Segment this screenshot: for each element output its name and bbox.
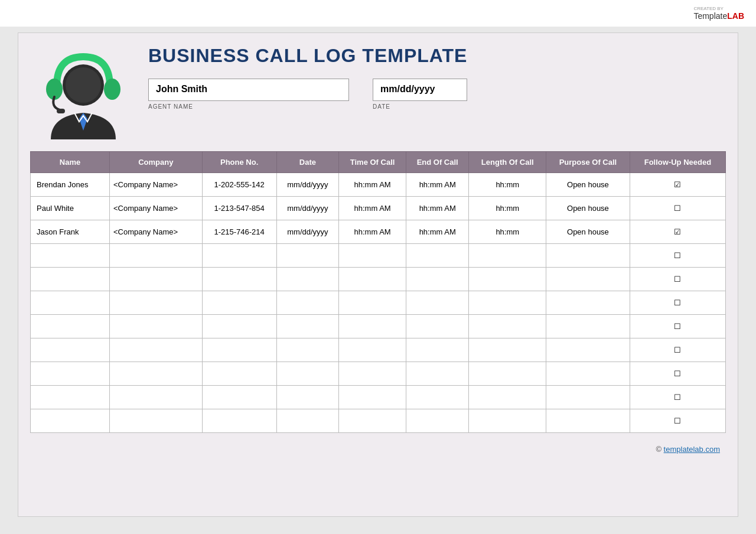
table-cell-4[interactable] [339, 362, 406, 386]
table-cell-5[interactable] [406, 315, 469, 338]
table-cell-1[interactable] [109, 244, 202, 268]
table-cell-1[interactable] [109, 362, 202, 386]
table-cell-5[interactable] [406, 291, 469, 315]
checkbox-cell[interactable]: ☐ [630, 338, 725, 362]
table-cell-2[interactable] [202, 315, 276, 338]
table-cell-3[interactable]: mm/dd/yyyy [276, 197, 339, 220]
table-cell-7[interactable] [546, 409, 630, 433]
table-cell-7[interactable] [546, 338, 630, 362]
table-cell-3[interactable] [276, 338, 339, 362]
table-cell-2[interactable] [202, 291, 276, 315]
table-cell-2[interactable]: 1-213-547-854 [202, 197, 276, 220]
table-cell-3[interactable] [276, 386, 339, 409]
table-cell-4[interactable] [339, 315, 406, 338]
table-cell-5[interactable] [406, 338, 469, 362]
table-cell-2[interactable] [202, 362, 276, 386]
table-cell-1[interactable] [109, 386, 202, 409]
table-cell-2[interactable] [202, 244, 276, 268]
table-cell-1[interactable] [109, 409, 202, 433]
checkbox-cell[interactable]: ☐ [630, 386, 725, 409]
table-cell-2[interactable] [202, 338, 276, 362]
table-cell-6[interactable] [469, 315, 546, 338]
table-cell-0[interactable]: Paul White [31, 197, 110, 220]
agent-name-input[interactable]: John Smith [148, 79, 349, 101]
table-cell-7[interactable] [546, 362, 630, 386]
table-cell-6[interactable] [469, 338, 546, 362]
table-cell-4[interactable]: hh:mm AM [339, 220, 406, 244]
checkbox-cell[interactable]: ☐ [630, 315, 725, 338]
table-cell-1[interactable] [109, 268, 202, 291]
table-cell-3[interactable] [276, 244, 339, 268]
table-cell-2[interactable] [202, 386, 276, 409]
table-cell-5[interactable] [406, 268, 469, 291]
table-cell-0[interactable] [31, 315, 110, 338]
table-cell-4[interactable] [339, 268, 406, 291]
date-input[interactable]: mm/dd/yyyy [373, 79, 467, 101]
table-cell-5[interactable]: hh:mm AM [406, 220, 469, 244]
table-cell-7[interactable]: Open house [546, 197, 630, 220]
table-cell-3[interactable] [276, 409, 339, 433]
table-cell-6[interactable]: hh:mm [469, 220, 546, 244]
table-cell-3[interactable] [276, 362, 339, 386]
table-cell-7[interactable] [546, 315, 630, 338]
table-cell-7[interactable] [546, 244, 630, 268]
table-cell-2[interactable]: 1-202-555-142 [202, 173, 276, 197]
table-cell-3[interactable] [276, 315, 339, 338]
table-cell-4[interactable] [339, 409, 406, 433]
table-cell-5[interactable] [406, 362, 469, 386]
table-cell-7[interactable]: Open house [546, 173, 630, 197]
table-cell-1[interactable]: <Company Name> [109, 197, 202, 220]
checkbox-cell[interactable]: ☐ [630, 409, 725, 433]
table-cell-1[interactable] [109, 291, 202, 315]
checkbox-cell[interactable]: ☑ [630, 173, 725, 197]
table-cell-1[interactable] [109, 338, 202, 362]
table-cell-5[interactable] [406, 386, 469, 409]
table-cell-7[interactable]: Open house [546, 220, 630, 244]
table-cell-6[interactable] [469, 409, 546, 433]
table-cell-3[interactable]: mm/dd/yyyy [276, 173, 339, 197]
table-cell-6[interactable] [469, 244, 546, 268]
table-cell-4[interactable] [339, 386, 406, 409]
table-cell-4[interactable]: hh:mm AM [339, 173, 406, 197]
table-cell-4[interactable] [339, 291, 406, 315]
table-cell-7[interactable] [546, 291, 630, 315]
table-cell-1[interactable] [109, 315, 202, 338]
table-cell-4[interactable] [339, 338, 406, 362]
table-cell-4[interactable] [339, 244, 406, 268]
table-cell-2[interactable] [202, 409, 276, 433]
checkbox-cell[interactable]: ☐ [630, 291, 725, 315]
table-cell-6[interactable] [469, 291, 546, 315]
table-cell-5[interactable] [406, 244, 469, 268]
table-cell-5[interactable] [406, 409, 469, 433]
table-cell-0[interactable] [31, 386, 110, 409]
table-cell-3[interactable]: mm/dd/yyyy [276, 220, 339, 244]
table-cell-3[interactable] [276, 268, 339, 291]
table-cell-4[interactable]: hh:mm AM [339, 197, 406, 220]
checkbox-cell[interactable]: ☐ [630, 362, 725, 386]
table-cell-6[interactable]: hh:mm [469, 173, 546, 197]
table-cell-0[interactable] [31, 244, 110, 268]
table-cell-1[interactable]: <Company Name> [109, 220, 202, 244]
table-cell-6[interactable] [469, 386, 546, 409]
table-cell-0[interactable] [31, 291, 110, 315]
checkbox-cell[interactable]: ☐ [630, 197, 725, 220]
table-cell-7[interactable] [546, 386, 630, 409]
table-cell-7[interactable] [546, 268, 630, 291]
checkbox-cell[interactable]: ☐ [630, 268, 725, 291]
table-cell-3[interactable] [276, 291, 339, 315]
table-cell-6[interactable]: hh:mm [469, 197, 546, 220]
table-cell-0[interactable]: Jason Frank [31, 220, 110, 244]
table-cell-5[interactable]: hh:mm AM [406, 197, 469, 220]
checkbox-cell[interactable]: ☑ [630, 220, 725, 244]
table-cell-1[interactable]: <Company Name> [109, 173, 202, 197]
table-cell-0[interactable] [31, 362, 110, 386]
table-cell-6[interactable] [469, 362, 546, 386]
table-cell-6[interactable] [469, 268, 546, 291]
table-cell-0[interactable] [31, 268, 110, 291]
footer-link[interactable]: templatelab.com [664, 445, 720, 454]
table-cell-2[interactable]: 1-215-746-214 [202, 220, 276, 244]
checkbox-cell[interactable]: ☐ [630, 244, 725, 268]
table-cell-0[interactable] [31, 338, 110, 362]
table-cell-2[interactable] [202, 268, 276, 291]
table-cell-0[interactable]: Brendan Jones [31, 173, 110, 197]
